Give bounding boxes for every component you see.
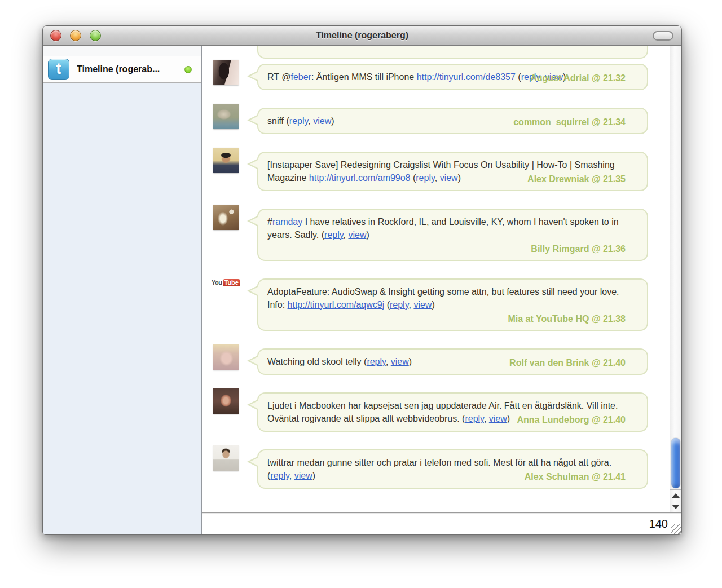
tweet-link[interactable]: reply — [270, 471, 289, 480]
sidebar-header-strip — [43, 46, 201, 56]
tweet-link[interactable]: reply — [324, 230, 344, 240]
scroll-up-button[interactable] — [670, 489, 681, 501]
tweet-text: sniff (reply, view) — [267, 116, 334, 126]
tweet-bubble: sniff (reply, view)common_squirrel @ 21.… — [257, 108, 648, 134]
brunette-avatar[interactable] — [213, 388, 239, 414]
tweet-row: Ljudet i Macbooken har kapsejsat sen jag… — [213, 388, 648, 432]
tweet-link[interactable]: http://tinyurl.com/am99o8 — [309, 173, 411, 183]
titlebar[interactable]: Timeline (rogeraberg) — [43, 26, 681, 46]
tweet-list: RT @feber: Äntligen MMS till iPhone http… — [202, 46, 670, 512]
tweet-author-timestamp: Rolf van den Brink @ 21.40 — [509, 356, 626, 369]
tweet-bubble: [Instapaper Save] Redesigning Craigslist… — [257, 152, 648, 191]
tweet-author-timestamp: August Adrial @ 21.32 — [530, 72, 626, 85]
scroll-down-button[interactable] — [670, 501, 681, 512]
tweet-row: [Instapaper Save] Redesigning Craigslist… — [213, 148, 648, 191]
youtube-avatar[interactable]: YouTube — [213, 275, 239, 300]
window-title: Timeline (rogeraberg) — [43, 30, 681, 41]
status-bar: 140 — [202, 512, 681, 534]
tweet-link[interactable]: view — [294, 471, 312, 480]
tweet-link[interactable]: view — [391, 357, 409, 366]
portrait-avatar[interactable] — [213, 445, 239, 471]
tweet-link[interactable]: view — [489, 414, 507, 423]
vertical-scrollbar[interactable] — [670, 46, 681, 512]
squirrel-avatar[interactable] — [213, 104, 239, 129]
tweet-text: RT @feber: Äntligen MMS till iPhone http… — [267, 72, 566, 82]
tweet-link[interactable]: http://tinyurl.com/aqwc9j — [288, 300, 385, 310]
dark-hair-avatar[interactable] — [213, 60, 239, 85]
tweet-link[interactable]: reply — [367, 357, 386, 366]
tweet-link[interactable]: reply — [390, 300, 409, 310]
resize-grip[interactable] — [671, 524, 681, 534]
toolbar-toggle-button[interactable] — [653, 31, 673, 41]
tweet-row: #ramday I have relatives in Rockford, IL… — [213, 205, 648, 261]
tweet-author-timestamp: Billy Rimgard @ 21.36 — [531, 242, 626, 255]
tweet-row: twittrar medan gunne sitter och pratar i… — [213, 445, 648, 489]
twitter-icon: t — [48, 59, 69, 80]
character-count: 140 — [649, 518, 668, 530]
tweet-link[interactable]: view — [440, 173, 458, 183]
tweet-link[interactable]: reply — [289, 116, 309, 126]
tweet-author-timestamp: Alex Drewniak @ 21.35 — [527, 173, 626, 185]
tweet-author-timestamp: Anna Lundeborg @ 21.40 — [517, 413, 626, 426]
tweet-bubble: Ljudet i Macbooken har kapsejsat sen jag… — [257, 392, 648, 432]
partial-tweet-bubble — [257, 46, 648, 59]
tweet-bubble: AdoptaFeature: AudioSwap & Insight getti… — [257, 278, 648, 331]
youtube-logo-tube: Tube — [223, 279, 240, 286]
tweet-bubble: RT @feber: Äntligen MMS till iPhone http… — [257, 64, 648, 90]
tweet-row: sniff (reply, view)common_squirrel @ 21.… — [213, 104, 648, 134]
scroll-thumb[interactable] — [671, 438, 680, 488]
tweet-link[interactable]: http://tinyurl.com/de8357 — [417, 72, 516, 82]
sunglasses-avatar[interactable] — [213, 148, 239, 173]
tweet-author-timestamp: Mia at YouTube HQ @ 21.38 — [508, 312, 626, 325]
unread-status-dot — [184, 66, 192, 73]
sidebar-item-timeline[interactable]: t Timeline (rogerab... — [43, 56, 201, 83]
tweet-bubble: Watching old skool telly (reply, view)Ro… — [257, 348, 648, 375]
blond-avatar[interactable] — [213, 344, 239, 370]
sidebar-item-label: Timeline (rogerab... — [77, 64, 184, 74]
tweet-text: Watching old skool telly (reply, view) — [267, 357, 412, 366]
scroll-track[interactable] — [670, 46, 681, 489]
sidebar: t Timeline (rogerab... — [43, 46, 202, 534]
tweet-link[interactable]: reply — [416, 173, 435, 183]
app-window: Timeline (rogeraberg) t Timeline (rogera… — [42, 25, 682, 535]
tweet-bubble: #ramday I have relatives in Rockford, IL… — [257, 209, 648, 261]
blurry-avatar[interactable] — [213, 205, 239, 230]
tweet-row: YouTubeAdoptaFeature: AudioSwap & Insigh… — [213, 275, 648, 331]
tweet-link[interactable]: view — [413, 300, 432, 310]
tweet-link[interactable]: view — [313, 116, 331, 126]
tweet-link[interactable]: ramday — [272, 217, 302, 227]
up-arrow-icon — [672, 493, 680, 498]
tweet-link[interactable]: view — [348, 230, 366, 240]
tweet-author-timestamp: Alex Schulman @ 21.41 — [525, 470, 626, 483]
youtube-logo-you: You — [212, 279, 222, 286]
tweet-row: RT @feber: Äntligen MMS till iPhone http… — [213, 60, 648, 90]
tweet-row: Watching old skool telly (reply, view)Ro… — [213, 344, 648, 375]
tweet-link[interactable]: reply — [465, 414, 484, 423]
tweet-author-timestamp: common_squirrel @ 21.34 — [513, 116, 626, 129]
tweet-link[interactable]: feber — [290, 72, 311, 82]
down-arrow-icon — [672, 505, 680, 509]
tweet-text: AdoptaFeature: AudioSwap & Insight getti… — [267, 287, 619, 310]
tweet-text: #ramday I have relatives in Rockford, IL… — [267, 217, 619, 240]
tweet-bubble: twittrar medan gunne sitter och pratar i… — [257, 449, 648, 489]
